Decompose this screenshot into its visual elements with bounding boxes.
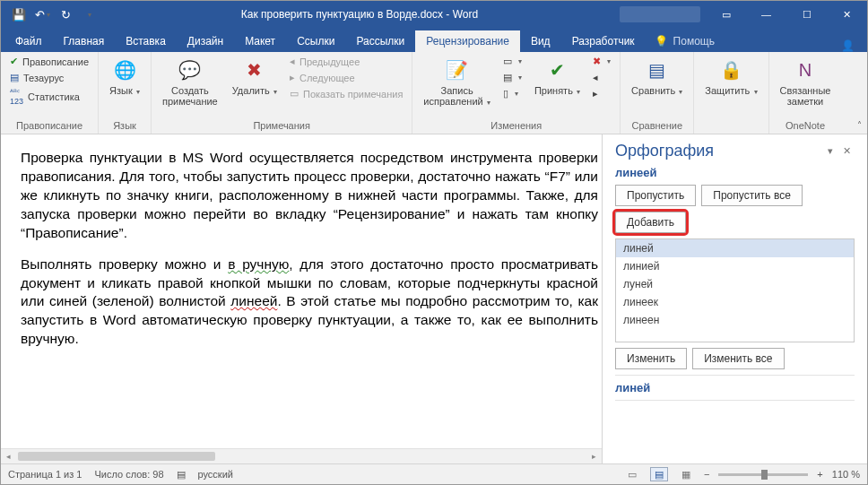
language-indicator[interactable]: русский — [198, 469, 233, 480]
tab-view[interactable]: Вид — [520, 30, 561, 52]
tracking-markup-button[interactable]: ▤▾ — [499, 70, 525, 85]
group-protect: 🔒 Защитить ▾ — [694, 52, 768, 134]
lightbulb-icon: 💡 — [655, 35, 668, 48]
tracking-display-button[interactable]: ▭▾ — [499, 54, 525, 69]
track-changes-button[interactable]: 📝 Запись исправлений ▾ — [418, 54, 496, 111]
spelling-error[interactable]: линеей — [230, 293, 277, 308]
ribbon: ✔Правописание ▤Тезаурус ᴬᴮᶜ123Статистика… — [1, 52, 867, 134]
zoom-value[interactable]: 110 % — [832, 469, 860, 480]
account-name[interactable] — [620, 6, 700, 22]
tell-me[interactable]: 💡 Помощь — [646, 30, 724, 52]
zoom-in-icon[interactable]: + — [817, 469, 822, 480]
tab-design[interactable]: Дизайн — [177, 30, 234, 52]
undo-icon[interactable]: ↶▾ — [31, 4, 53, 25]
page-indicator[interactable]: Страница 1 из 1 — [8, 469, 82, 480]
read-mode-icon[interactable]: ▭ — [623, 467, 641, 481]
pane-close-icon[interactable]: ✕ — [838, 145, 855, 157]
delete-comment-button[interactable]: ✖ Удалить ▾ — [227, 54, 282, 100]
display-icon: ▭ — [503, 56, 512, 67]
next-change-button[interactable]: ▸ — [589, 86, 614, 101]
redo-icon[interactable]: ↻ — [55, 4, 76, 25]
group-language: 🌐 Язык ▾ Язык — [99, 52, 152, 134]
scroll-right-icon[interactable]: ▸ — [586, 452, 602, 461]
collapse-ribbon-icon[interactable]: ˄ — [857, 120, 862, 130]
suggestions-list[interactable]: линей линией луней линеек линеен — [615, 238, 855, 342]
share-icon[interactable]: 👤 — [841, 39, 855, 52]
prev-comment-button[interactable]: ◂Предыдущее — [286, 54, 406, 69]
close-icon[interactable]: ✕ — [827, 1, 867, 28]
paragraph-2[interactable]: Выполнять проверку можно и в ручную, для… — [21, 255, 598, 350]
prev-change-button[interactable]: ◂ — [589, 70, 614, 85]
paragraph-1[interactable]: Проверка пунктуации в MS Word осуществля… — [21, 149, 598, 243]
print-layout-icon[interactable]: ▤ — [650, 467, 668, 481]
tab-references[interactable]: Ссылки — [286, 30, 345, 52]
tracking-pane-button[interactable]: ▯▾ — [499, 86, 525, 101]
group-proofing: ✔Правописание ▤Тезаурус ᴬᴮᶜ123Статистика… — [1, 52, 99, 134]
scroll-left-icon[interactable]: ◂ — [1, 452, 16, 461]
compare-button[interactable]: ▤ Сравнить ▾ — [626, 54, 688, 100]
tell-me-label: Помощь — [673, 35, 715, 48]
tab-file[interactable]: Файл — [4, 30, 53, 52]
skip-button[interactable]: Пропустить — [615, 185, 696, 206]
language-button[interactable]: 🌐 Язык ▾ — [104, 54, 145, 100]
group-onenote-label: OneNote — [775, 118, 837, 134]
show-comments-button[interactable]: ▭Показать примечания — [286, 86, 406, 101]
protect-button[interactable]: 🔒 Защитить ▾ — [699, 54, 762, 100]
ribbon-options-icon[interactable]: ▭ — [706, 1, 746, 28]
minimize-icon[interactable]: — — [746, 1, 786, 28]
tab-layout[interactable]: Макет — [234, 30, 286, 52]
accept-button[interactable]: ✔ Принять ▾ — [529, 54, 586, 100]
next-change-icon: ▸ — [593, 88, 598, 100]
tab-developer[interactable]: Разработчик — [561, 30, 646, 52]
qat-customize-icon[interactable]: ▾ — [78, 4, 100, 25]
new-comment-button[interactable]: 💬 Создать примечание — [157, 54, 223, 109]
skip-all-button[interactable]: Пропустить все — [701, 185, 803, 206]
grammar-error[interactable]: в ручную — [228, 256, 289, 272]
next-comment-button[interactable]: ▸Следующее — [286, 70, 406, 85]
proofing-status[interactable]: ▤ — [177, 469, 186, 481]
tab-home[interactable]: Главная — [53, 30, 116, 52]
spelling-pane: Орфография ▾ ✕ линеей Пропустить Пропуст… — [602, 134, 867, 463]
window-title: Как проверить пунктуацию в Ворде.docx - … — [100, 8, 620, 21]
web-layout-icon[interactable]: ▦ — [677, 467, 695, 481]
suggestion-item[interactable]: линеен — [616, 311, 854, 329]
save-icon[interactable]: 💾 — [8, 4, 30, 25]
change-button[interactable]: Изменить — [615, 348, 687, 369]
prev-change-icon: ◂ — [593, 72, 598, 83]
scroll-thumb[interactable] — [18, 452, 215, 461]
tab-mailings[interactable]: Рассылки — [345, 30, 415, 52]
thesaurus-button[interactable]: ▤Тезаурус — [6, 70, 92, 85]
group-tracking: 📝 Запись исправлений ▾ ▭▾ ▤▾ ▯▾ ✔ Принят… — [412, 52, 621, 134]
suggestion-item[interactable]: луней — [616, 275, 854, 293]
status-bar: Страница 1 из 1 Число слов: 98 ▤ русский… — [1, 463, 867, 484]
dictionary-heading: линей — [615, 375, 855, 394]
tab-review[interactable]: Рецензирование — [415, 30, 520, 52]
group-compare-label: Сравнение — [626, 118, 688, 134]
word-count[interactable]: Число слов: 98 — [94, 469, 163, 480]
suggestion-item[interactable]: линией — [616, 257, 854, 275]
misspelled-word: линеей — [615, 166, 855, 179]
spelling-button[interactable]: ✔Правописание — [6, 54, 92, 69]
maximize-icon[interactable]: ☐ — [786, 1, 827, 28]
comment-new-icon: 💬 — [178, 56, 201, 83]
pane-options-icon[interactable]: ▾ — [822, 145, 838, 157]
zoom-knob[interactable] — [761, 470, 768, 480]
reject-button[interactable]: ✖▾ — [589, 54, 614, 69]
zoom-slider[interactable] — [718, 473, 808, 476]
check-icon: ✔ — [10, 56, 18, 67]
group-compare: ▤ Сравнить ▾ Сравнение — [621, 52, 694, 134]
horizontal-scrollbar[interactable]: ◂ ▸ — [1, 448, 602, 463]
window-controls: ▭ — ☐ ✕ — [706, 1, 867, 28]
comment-delete-icon: ✖ — [247, 56, 262, 83]
tab-insert[interactable]: Вставка — [115, 30, 177, 52]
zoom-out-icon[interactable]: − — [704, 469, 709, 480]
group-protect-label — [699, 118, 762, 134]
document-body[interactable]: Проверка пунктуации в MS Word осуществля… — [1, 134, 602, 349]
linked-notes-button[interactable]: N Связанные заметки — [775, 54, 837, 109]
add-button[interactable]: Добавить — [615, 212, 686, 233]
suggestion-item[interactable]: линеек — [616, 293, 854, 311]
document-pane[interactable]: Проверка пунктуации в MS Word осуществля… — [1, 134, 602, 463]
change-all-button[interactable]: Изменить все — [692, 348, 784, 369]
word-count-button[interactable]: ᴬᴮᶜ123Статистика — [6, 86, 92, 108]
suggestion-item[interactable]: линей — [616, 239, 854, 257]
